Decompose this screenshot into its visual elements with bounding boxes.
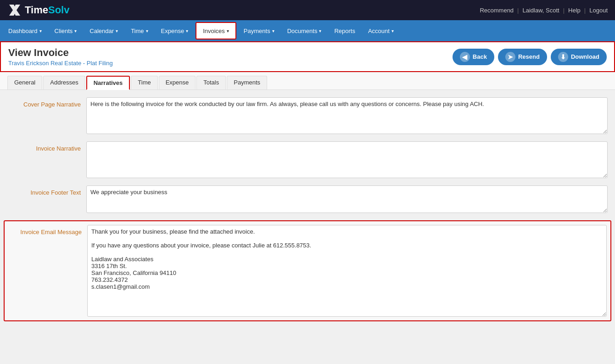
cover-page-input[interactable] [86, 97, 608, 134]
chevron-down-icon: ▾ [319, 28, 321, 34]
invoice-narrative-row: Invoice Narrative [7, 141, 608, 178]
header-actions: ◀ Back ➤ Resend ⬇ Download [453, 49, 607, 65]
chevron-down-icon: ▾ [272, 28, 274, 34]
tabs-bar: General Addresses Narratives Time Expens… [0, 72, 615, 90]
nav-expense[interactable]: Expense ▾ [155, 20, 195, 41]
nav-payments[interactable]: Payments ▾ [237, 20, 281, 41]
logo-icon [7, 3, 22, 17]
email-message-row: Invoice Email Message [4, 220, 611, 321]
tab-totals[interactable]: Totals [196, 76, 226, 90]
tab-expense[interactable]: Expense [159, 76, 196, 90]
chevron-down-icon: ▾ [391, 28, 394, 34]
nav-bar: Dashboard ▾ Clients ▾ Calendar ▾ Time ▾ … [0, 20, 615, 41]
nav-documents[interactable]: Documents ▾ [281, 20, 328, 41]
tab-addresses[interactable]: Addresses [43, 76, 85, 90]
back-icon: ◀ [460, 52, 470, 62]
email-message-input[interactable] [87, 225, 607, 317]
page-title-area: View Invoice Travis Erickson Real Estate… [8, 47, 113, 67]
chevron-down-icon: ▾ [146, 28, 148, 34]
chevron-down-icon: ▾ [186, 28, 188, 34]
back-button[interactable]: ◀ Back [453, 49, 494, 65]
tab-time[interactable]: Time [131, 76, 157, 90]
top-links: Recommend | Laidlaw, Scott | Help | Logo… [480, 7, 608, 14]
nav-time[interactable]: Time ▾ [124, 20, 154, 41]
logo-text: TimeSolv [25, 4, 69, 16]
email-message-label: Invoice Email Message [8, 225, 82, 235]
nav-clients[interactable]: Clients ▾ [48, 20, 84, 41]
nav-reports[interactable]: Reports [328, 20, 362, 41]
invoice-narrative-input[interactable] [86, 141, 608, 178]
tab-payments[interactable]: Payments [227, 76, 267, 90]
chevron-down-icon: ▾ [116, 28, 118, 34]
logo: TimeSolv [7, 3, 69, 17]
user-link[interactable]: Laidlaw, Scott [522, 7, 559, 14]
bottom-row [7, 329, 608, 342]
nav-account[interactable]: Account ▾ [362, 20, 400, 41]
download-button[interactable]: ⬇ Download [551, 49, 607, 65]
invoice-footer-input[interactable] [86, 185, 608, 213]
form-area: Cover Page Narrative Invoice Narrative I… [0, 90, 615, 357]
invoice-footer-row: Invoice Footer Text [7, 185, 608, 213]
nav-calendar[interactable]: Calendar ▾ [83, 20, 124, 41]
tab-general[interactable]: General [7, 76, 42, 90]
download-icon: ⬇ [558, 52, 568, 62]
page-header: View Invoice Travis Erickson Real Estate… [0, 41, 615, 72]
resend-button[interactable]: ➤ Resend [498, 49, 547, 65]
svg-marker-0 [9, 5, 20, 16]
page-subtitle[interactable]: Travis Erickson Real Estate - Plat Filin… [8, 60, 113, 67]
chevron-down-icon: ▾ [74, 28, 77, 34]
page-title: View Invoice [8, 47, 113, 59]
chevron-down-icon: ▾ [227, 28, 229, 34]
tab-narratives[interactable]: Narratives [86, 76, 130, 90]
nav-dashboard[interactable]: Dashboard ▾ [2, 20, 48, 41]
nav-invoices[interactable]: Invoices ▾ [196, 22, 236, 39]
resend-icon: ➤ [505, 52, 515, 62]
chevron-down-icon: ▾ [39, 28, 42, 34]
invoice-narrative-label: Invoice Narrative [7, 141, 81, 152]
cover-page-row: Cover Page Narrative [7, 97, 608, 134]
top-bar: TimeSolv Recommend | Laidlaw, Scott | He… [0, 0, 615, 20]
logout-link[interactable]: Logout [589, 7, 608, 14]
invoice-footer-label: Invoice Footer Text [7, 185, 81, 196]
cover-page-label: Cover Page Narrative [7, 97, 81, 108]
help-link[interactable]: Help [568, 7, 581, 14]
recommend-link[interactable]: Recommend [480, 7, 514, 14]
